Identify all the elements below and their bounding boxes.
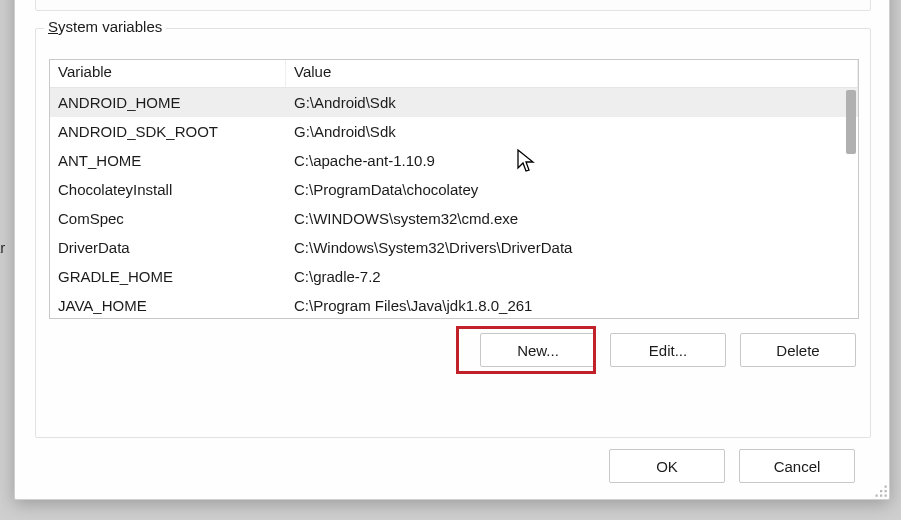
cell-variable: GRADLE_HOME <box>50 268 286 285</box>
cancel-button[interactable]: Cancel <box>739 449 855 483</box>
cell-variable: ANDROID_SDK_ROOT <box>50 123 286 140</box>
cell-value: C:\apache-ant-1.10.9 <box>286 152 858 169</box>
new-button[interactable]: New... <box>480 333 596 367</box>
bg-text-line: r s <box>0 200 6 230</box>
cell-value: C:\Windows\System32\Drivers\DriverData <box>286 239 858 256</box>
svg-rect-3 <box>876 495 878 497</box>
table-row[interactable]: DriverDataC:\Windows\System32\Drivers\Dr… <box>50 233 858 262</box>
svg-rect-0 <box>885 486 887 488</box>
table-row[interactable]: ChocolateyInstallC:\ProgramData\chocolat… <box>50 175 858 204</box>
system-variables-group: System variables Variable Value ANDROID_… <box>35 28 871 438</box>
table-row[interactable]: ANDROID_HOMEG:\Android\Sdk <box>50 88 858 117</box>
list-header: Variable Value <box>50 60 858 88</box>
system-variables-list[interactable]: Variable Value ANDROID_HOMEG:\Android\Sd… <box>49 59 859 319</box>
cell-value: C:\ProgramData\chocolatey <box>286 181 858 198</box>
table-row[interactable]: ANT_HOMEC:\apache-ant-1.10.9 <box>50 146 858 175</box>
user-variables-group <box>35 0 871 11</box>
column-header-variable[interactable]: Variable <box>50 60 286 87</box>
scrollbar-thumb[interactable] <box>846 90 856 154</box>
cell-variable: JAVA_HOME <box>50 297 286 314</box>
cell-variable: DriverData <box>50 239 286 256</box>
cell-value: G:\Android\Sdk <box>286 123 858 140</box>
cell-variable: ANT_HOME <box>50 152 286 169</box>
group-label-hotkey: S <box>48 18 58 35</box>
table-row[interactable]: JAVA_HOMEC:\Program Files\Java\jdk1.8.0_… <box>50 291 858 319</box>
cell-value: C:\WINDOWS\system32\cmd.exe <box>286 210 858 227</box>
variable-buttons-row: New... Edit... Delete <box>480 333 856 367</box>
dialog-buttons-row: OK Cancel <box>609 449 855 483</box>
svg-rect-4 <box>880 495 882 497</box>
environment-variables-dialog: System variables Variable Value ANDROID_… <box>14 0 890 500</box>
cell-value: C:\gradle-7.2 <box>286 268 858 285</box>
table-row[interactable]: ANDROID_SDK_ROOTG:\Android\Sdk <box>50 117 858 146</box>
background-text: r s ar <box>0 200 6 230</box>
group-label: System variables <box>44 18 166 35</box>
svg-rect-5 <box>885 495 887 497</box>
svg-rect-2 <box>885 490 887 492</box>
resize-grip-icon[interactable] <box>871 481 889 499</box>
cell-value: C:\Program Files\Java\jdk1.8.0_261 <box>286 297 858 314</box>
ok-button[interactable]: OK <box>609 449 725 483</box>
cell-variable: ChocolateyInstall <box>50 181 286 198</box>
list-body: ANDROID_HOMEG:\Android\SdkANDROID_SDK_RO… <box>50 88 858 319</box>
cell-value: G:\Android\Sdk <box>286 94 858 111</box>
cell-variable: ANDROID_HOME <box>50 94 286 111</box>
edit-button[interactable]: Edit... <box>610 333 726 367</box>
table-row[interactable]: GRADLE_HOMEC:\gradle-7.2 <box>50 262 858 291</box>
bg-text-line: ar <box>0 240 6 255</box>
table-row[interactable]: ComSpecC:\WINDOWS\system32\cmd.exe <box>50 204 858 233</box>
column-header-value[interactable]: Value <box>286 60 858 87</box>
group-label-text: ystem variables <box>58 18 162 35</box>
cell-variable: ComSpec <box>50 210 286 227</box>
svg-rect-1 <box>880 490 882 492</box>
delete-button[interactable]: Delete <box>740 333 856 367</box>
